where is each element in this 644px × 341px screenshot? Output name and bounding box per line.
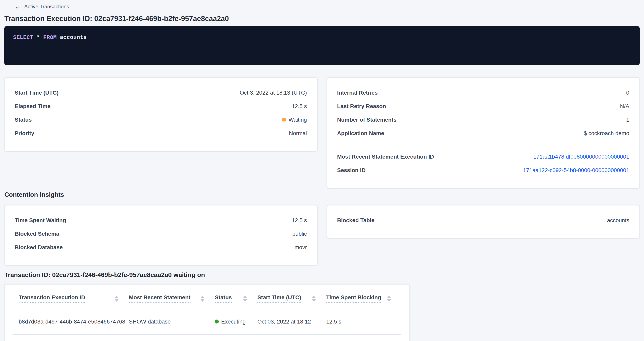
- priority-value: Normal: [289, 130, 307, 136]
- back-to-active-transactions-link[interactable]: ← Active Transactions: [15, 0, 69, 9]
- sql-identifier: accounts: [57, 34, 87, 40]
- application-name-label: Application Name: [337, 130, 384, 136]
- elapsed-time-row: Elapsed Time 12.5 s: [15, 99, 307, 113]
- priority-row: Priority Normal: [15, 126, 307, 140]
- status-value: Waiting: [282, 116, 307, 123]
- cell-start-time: Oct 03, 2022 at 18:12: [257, 310, 326, 335]
- sort-icon[interactable]: [114, 296, 118, 302]
- time-spent-waiting-value: 12.5 s: [292, 217, 307, 223]
- contention-cards-row: Time Spent Waiting 12.5 s Blocked Schema…: [4, 205, 640, 266]
- internal-retries-label: Internal Retries: [337, 89, 378, 96]
- session-id-link[interactable]: 171aa122-c092-54b8-0000-000000000001: [523, 167, 629, 173]
- start-time-label: Start Time (UTC): [15, 89, 58, 96]
- sql-statement-box: SELECT * FROM accounts: [4, 26, 640, 65]
- number-of-statements-label: Number of Statements: [337, 116, 396, 123]
- table-row: b8d7d03a-d497-446b-8474-e50846674768 SHO…: [13, 310, 401, 335]
- sort-icon[interactable]: [312, 296, 316, 302]
- statement-execution-id-link[interactable]: 171aa1b478fdf0e80000000000000001: [533, 153, 629, 160]
- waiting-on-table-card: Transaction Execution ID Most Recent Sta…: [4, 284, 410, 341]
- back-arrow-icon: ←: [15, 3, 21, 9]
- status-waiting-dot-icon: [282, 118, 286, 122]
- transaction-overview-card: Start Time (UTC) Oct 3, 2022 at 18:13 (U…: [4, 77, 317, 151]
- transaction-details-card: Internal Retries 0 Last Retry Reason N/A…: [327, 77, 640, 188]
- statement-execution-id-label: Most Recent Statement Execution ID: [337, 153, 434, 160]
- time-spent-waiting-row: Time Spent Waiting 12.5 s: [15, 213, 307, 227]
- cell-status: Executing: [215, 310, 257, 335]
- cell-time-spent-blocking: 12.5 s: [326, 310, 401, 335]
- last-retry-reason-label: Last Retry Reason: [337, 103, 386, 109]
- elapsed-time-value: 12.5 s: [292, 103, 307, 109]
- internal-retries-row: Internal Retries 0: [337, 86, 629, 99]
- cell-transaction-execution-id: b8d7d03a-d497-446b-8474-e50846674768: [13, 310, 129, 335]
- internal-retries-value: 0: [626, 89, 629, 96]
- cell-status-text: Executing: [221, 318, 246, 325]
- summary-cards-row: Start Time (UTC) Oct 3, 2022 at 18:13 (U…: [4, 77, 640, 188]
- last-retry-reason-value: N/A: [620, 103, 629, 109]
- priority-label: Priority: [15, 130, 34, 136]
- status-row: Status Waiting: [15, 113, 307, 126]
- number-of-statements-value: 1: [626, 116, 629, 123]
- blocked-database-value: movr: [294, 244, 307, 250]
- number-of-statements-row: Number of Statements 1: [337, 113, 629, 126]
- contention-waiting-card: Time Spent Waiting 12.5 s Blocked Schema…: [4, 205, 317, 266]
- page-content: ← Active Transactions Transaction Execut…: [0, 0, 644, 341]
- sort-icon[interactable]: [243, 296, 247, 302]
- session-id-label: Session ID: [337, 167, 366, 173]
- sort-icon[interactable]: [387, 296, 391, 302]
- session-id-row: Session ID 171aa122-c092-54b8-0000-00000…: [337, 163, 629, 177]
- time-spent-waiting-label: Time Spent Waiting: [15, 217, 66, 223]
- blocked-table-row: Blocked Table accounts: [337, 213, 629, 227]
- blocked-table-value: accounts: [607, 217, 629, 223]
- column-label-most-recent-statement: Most Recent Statement: [129, 294, 190, 303]
- start-time-row: Start Time (UTC) Oct 3, 2022 at 18:13 (U…: [15, 86, 307, 99]
- last-retry-reason-row: Last Retry Reason N/A: [337, 99, 629, 113]
- contention-insights-heading: Contention Insights: [4, 191, 640, 199]
- blocked-database-row: Blocked Database movr: [15, 240, 307, 254]
- application-name-row: Application Name $ cockroach demo: [337, 126, 629, 140]
- waiting-on-heading: Transaction ID: 02ca7931-f246-469b-b2fe-…: [4, 271, 640, 279]
- sql-operator: *: [33, 34, 43, 40]
- column-header-status[interactable]: Status: [215, 285, 257, 310]
- card-divider: [337, 145, 629, 145]
- column-header-transaction-execution-id[interactable]: Transaction Execution ID: [13, 285, 129, 310]
- status-label: Status: [15, 116, 32, 123]
- blocked-table-label: Blocked Table: [337, 217, 374, 223]
- column-header-time-spent-blocking[interactable]: Time Spent Blocking: [326, 285, 401, 310]
- blocked-schema-row: Blocked Schema public: [15, 227, 307, 240]
- status-value-text: Waiting: [288, 116, 307, 123]
- column-label-start-time: Start Time (UTC): [257, 294, 301, 303]
- sql-keyword-select: SELECT: [13, 34, 33, 40]
- column-header-most-recent-statement[interactable]: Most Recent Statement: [129, 285, 215, 310]
- blocked-schema-value: public: [292, 231, 307, 237]
- waiting-on-table: Transaction Execution ID Most Recent Sta…: [13, 285, 401, 335]
- column-label-status: Status: [215, 294, 232, 303]
- start-time-value: Oct 3, 2022 at 18:13 (UTC): [240, 89, 307, 96]
- sql-keyword-from: FROM: [43, 34, 56, 40]
- contention-blocked-table-card: Blocked Table accounts: [327, 205, 640, 239]
- breadcrumb-label: Active Transactions: [24, 3, 69, 9]
- column-label-time-spent-blocking: Time Spent Blocking: [326, 294, 381, 303]
- status-executing-dot-icon: [215, 320, 219, 324]
- blocked-database-label: Blocked Database: [15, 244, 63, 250]
- page-title: Transaction Execution ID: 02ca7931-f246-…: [4, 14, 640, 23]
- sort-icon[interactable]: [200, 296, 204, 302]
- table-header-row: Transaction Execution ID Most Recent Sta…: [13, 285, 401, 310]
- statement-execution-id-row: Most Recent Statement Execution ID 171aa…: [337, 150, 629, 163]
- elapsed-time-label: Elapsed Time: [15, 103, 50, 109]
- cell-most-recent-statement: SHOW database: [129, 310, 215, 335]
- application-name-value: $ cockroach demo: [584, 130, 629, 136]
- active-transaction-details-page: ← Active Transactions Transaction Execut…: [0, 0, 644, 341]
- column-header-start-time[interactable]: Start Time (UTC): [257, 285, 326, 310]
- blocked-schema-label: Blocked Schema: [15, 231, 59, 237]
- column-label-transaction-execution-id: Transaction Execution ID: [19, 294, 85, 303]
